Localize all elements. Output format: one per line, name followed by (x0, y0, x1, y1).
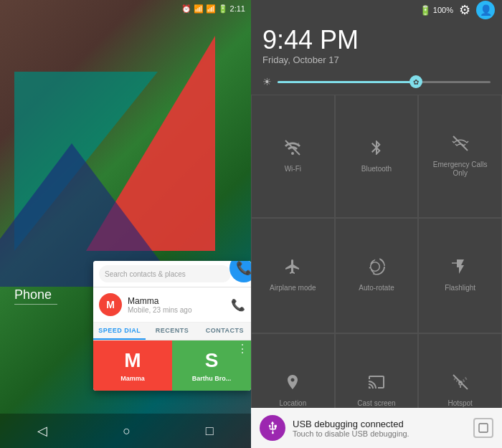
qs-autorotate[interactable]: Auto-rotate (335, 218, 419, 333)
contact-avatar: M (99, 293, 122, 316)
qs-wifi-label: Wi-Fi (285, 165, 301, 173)
brightness-thumb[interactable] (409, 75, 422, 88)
tab-contacts[interactable]: CONTACTS (199, 323, 251, 340)
clock-time: 9:44 PM (262, 27, 491, 53)
airplane-icon-qs (284, 258, 301, 280)
qs-flashlight-label: Flashlight (445, 284, 475, 292)
flashlight-icon-qs (452, 258, 469, 280)
usb-sub: Touch to disable USB debugging. (293, 429, 466, 438)
speed-dial-letter-m: M (124, 349, 141, 372)
home-button[interactable]: ○ (123, 424, 131, 439)
svg-text:!: ! (298, 141, 299, 148)
search-box[interactable]: Search contacts & places (99, 265, 231, 282)
wifi-icon-qs: ! (284, 139, 301, 161)
svg-line-3 (453, 136, 468, 151)
qs-bluetooth[interactable]: Bluetooth (335, 95, 419, 218)
brightness-icon: ☀ (262, 76, 272, 87)
contact-name: Mamma (128, 296, 225, 306)
contact-sub: Mobile, 23 mins ago (128, 306, 225, 314)
clock-date: Friday, October 17 (262, 54, 491, 65)
signal-off-icon-qs (452, 135, 469, 156)
tab-recents[interactable]: RECENTS (146, 323, 198, 340)
svg-rect-7 (479, 424, 488, 432)
speed-dial-letter-s: S (205, 349, 219, 372)
qs-emergency-label: Emergency Calls Only (425, 161, 496, 178)
speed-dial-name-m: Mamma (120, 375, 145, 382)
svg-point-0 (291, 152, 294, 155)
qs-bluetooth-label: Bluetooth (361, 165, 392, 173)
bluetooth-icon-qs (368, 139, 385, 161)
clock-section: 9:44 PM Friday, October 17 (251, 20, 502, 69)
battery-percent: 100% (433, 6, 453, 14)
qs-hotspot-label: Hotspot (447, 399, 472, 408)
qs-airplane-label: Airplane mode (270, 284, 316, 292)
call-icon[interactable]: 📞 (231, 298, 245, 312)
quick-settings-grid: ! Wi-Fi Bluetooth Emergenc (251, 95, 502, 448)
qs-location-label: Location (279, 399, 306, 408)
phone-label-underline (14, 304, 57, 305)
phone-search-bar[interactable]: Search contacts & places 🎙 (93, 261, 251, 287)
battery-info: 🔋 100% (420, 5, 453, 16)
recents-button[interactable]: □ (206, 424, 214, 439)
qs-airplane[interactable]: Airplane mode (251, 218, 335, 333)
battery-charging-icon: 🔋 (420, 5, 431, 16)
speed-dial-row: M Mamma S Barthu Bro... ⋮ (93, 340, 251, 391)
qs-autorotate-label: Auto-rotate (359, 284, 394, 292)
usb-action-button[interactable] (473, 418, 493, 438)
brightness-row: ☀ (251, 69, 502, 95)
qs-emergency[interactable]: Emergency Calls Only (418, 95, 502, 218)
right-panel: 🔋 100% ⚙ 👤 9:44 PM Friday, October 17 ☀ (251, 0, 502, 448)
qs-wifi[interactable]: ! Wi-Fi (251, 95, 335, 218)
speed-dial-name-s: Barthu Bro... (192, 375, 232, 382)
location-icon-qs (284, 373, 301, 395)
contact-row[interactable]: M Mamma Mobile, 23 mins ago 📞 (93, 287, 251, 323)
settings-icon[interactable]: ⚙ (459, 2, 470, 18)
usb-icon (260, 415, 285, 441)
usb-title: USB debugging connected (293, 419, 466, 429)
back-button[interactable]: ◁ (37, 423, 47, 439)
user-avatar[interactable]: 👤 (476, 1, 495, 19)
brightness-slider[interactable] (278, 81, 491, 83)
contact-info: Mamma Mobile, 23 mins ago (128, 296, 225, 314)
phone-tabs: SPEED DIAL RECENTS CONTACTS (93, 323, 251, 340)
search-placeholder: Search contacts & places (105, 270, 186, 278)
nav-bar: ◁ ○ □ (0, 414, 251, 448)
status-bar-right: 🔋 100% ⚙ 👤 (251, 0, 502, 20)
phone-app-label: Phone (14, 287, 57, 305)
qs-flashlight[interactable]: Flashlight (418, 218, 502, 333)
usb-notification[interactable]: USB debugging connected Touch to disable… (251, 408, 502, 448)
phone-popup: 📞 Search contacts & places 🎙 M Mamma Mob… (93, 261, 251, 391)
hotspot-icon-qs (452, 373, 469, 395)
left-panel: ⏰ 📶 📶 🔋 2:11 Phone 📞 Search contacts & p… (0, 0, 251, 448)
usb-text: USB debugging connected Touch to disable… (293, 419, 466, 438)
speed-dial-m[interactable]: M Mamma (93, 340, 172, 391)
brightness-fill (278, 81, 416, 83)
cast-icon-qs (368, 373, 385, 395)
tab-speed-dial[interactable]: SPEED DIAL (93, 323, 146, 340)
rotate-icon-qs (368, 258, 385, 280)
more-options-button[interactable]: ⋮ (237, 342, 248, 356)
qs-cast-label: Cast screen (357, 399, 395, 408)
